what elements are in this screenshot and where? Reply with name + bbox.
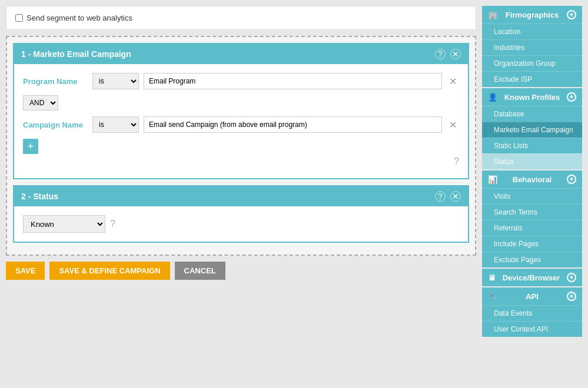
status-select-row: Known Unknown All ? (23, 215, 459, 233)
save-button[interactable]: SAVE (6, 262, 45, 280)
segments-container: 1 - Marketo Email Campaign ? ✕ Program N… (6, 36, 476, 256)
api-section: 🔧 API + Data Events User Context API (482, 287, 582, 337)
program-name-input[interactable] (144, 73, 442, 89)
firmographics-icon: 🏢 (488, 11, 497, 19)
segment-1-title: 1 - Marketo Email Campaign (21, 49, 131, 59)
and-operator-select[interactable]: AND OR (23, 95, 58, 111)
program-name-label: Program Name (23, 77, 88, 86)
known-profiles-expand-icon: + (567, 92, 576, 102)
api-item-data-events[interactable]: Data Events (482, 305, 582, 321)
behavioral-item-exclude-pages[interactable]: Exclude Pages (482, 252, 582, 267)
firmographics-item-industries[interactable]: Industries (482, 39, 582, 55)
api-expand-icon: + (567, 292, 576, 301)
device-browser-title: Device/Browser (503, 273, 560, 282)
segment-1-close-button[interactable]: ✕ (450, 49, 461, 59)
firmographics-item-exclude-isp[interactable]: Exclude ISP (482, 71, 582, 87)
segment-1-info-button[interactable]: ? (435, 49, 446, 59)
behavioral-title: Behavioral (513, 175, 552, 184)
device-browser-expand-icon: + (567, 273, 576, 282)
behavioral-expand-icon: + (567, 175, 576, 184)
save-define-button[interactable]: SAVE & DEFINE CAMPAIGN (49, 262, 170, 280)
and-row: AND OR (23, 95, 459, 111)
api-item-user-context[interactable]: User Context API (482, 321, 582, 337)
segment-2-title: 2 - Status (21, 192, 58, 201)
help-icon-row: ? (23, 154, 459, 169)
segment-2-block: 2 - Status ? ✕ Known Unknown All ? (13, 185, 469, 243)
behavioral-item-referrals[interactable]: Referrals (482, 220, 582, 236)
status-help-icon[interactable]: ? (110, 219, 115, 229)
campaign-name-row: Campaign Name is is not contains ✕ (23, 116, 459, 133)
campaign-name-operator-select[interactable]: is is not contains (92, 116, 139, 133)
firmographics-expand-icon: + (567, 10, 576, 19)
behavioral-header[interactable]: 📊 Behavioral + (482, 170, 582, 188)
behavioral-item-search-terms[interactable]: Search Terms (482, 204, 582, 220)
firmographics-header[interactable]: 🏢 Firmographics + (482, 6, 582, 24)
segment-1-header: 1 - Marketo Email Campaign ? ✕ (14, 44, 468, 64)
known-profiles-title: Known Profiles (504, 93, 560, 102)
segment-2-close-button[interactable]: ✕ (450, 191, 461, 202)
cancel-button[interactable]: CANCEL (175, 262, 225, 280)
program-name-row: Program Name is is not contains ✕ (23, 73, 459, 89)
device-browser-section: 🖥 Device/Browser + (482, 269, 582, 286)
known-profiles-item-static-lists[interactable]: Static Lists (482, 138, 582, 153)
segment-2-header: 2 - Status ? ✕ (14, 186, 468, 206)
device-browser-header[interactable]: 🖥 Device/Browser + (482, 269, 582, 286)
known-profiles-item-status[interactable]: Status (482, 153, 582, 169)
program-name-operator-select[interactable]: is is not contains (92, 73, 139, 89)
send-segment-checkbox[interactable] (15, 14, 23, 22)
segment-2-actions: ? ✕ (435, 191, 461, 202)
campaign-name-input[interactable] (144, 116, 442, 133)
known-profiles-icon: 👤 (488, 93, 497, 102)
firmographics-title: Firmographics (506, 11, 559, 19)
segment-1-actions: ? ✕ (435, 49, 461, 59)
status-select[interactable]: Known Unknown All (23, 215, 105, 233)
segment-2-body: Known Unknown All ? (14, 206, 468, 242)
api-title: API (526, 292, 539, 301)
program-name-remove-button[interactable]: ✕ (447, 76, 459, 87)
firmographics-item-org-group[interactable]: Organization Group (482, 55, 582, 71)
send-segment-section: Send segment to web analytics (6, 6, 476, 30)
known-profiles-item-database[interactable]: Database (482, 106, 582, 122)
buttons-row: SAVE SAVE & DEFINE CAMPAIGN CANCEL (6, 256, 476, 286)
behavioral-icon: 📊 (488, 175, 497, 184)
api-header[interactable]: 🔧 API + (482, 287, 582, 305)
api-icon: 🔧 (488, 292, 497, 301)
known-profiles-header[interactable]: 👤 Known Profiles + (482, 88, 582, 106)
add-condition-button[interactable]: + (23, 139, 38, 154)
known-profiles-item-marketo[interactable]: Marketo Email Campaign (482, 122, 582, 138)
behavioral-item-visits[interactable]: Visits (482, 188, 582, 204)
firmographics-item-location[interactable]: Location (482, 24, 582, 39)
known-profiles-section: 👤 Known Profiles + Database Marketo Emai… (482, 88, 582, 169)
device-browser-icon: 🖥 (488, 273, 496, 282)
firmographics-section: 🏢 Firmographics + Location Industries Or… (482, 6, 582, 87)
right-sidebar: 🏢 Firmographics + Location Industries Or… (482, 6, 582, 382)
send-segment-label: Send segment to web analytics (26, 14, 132, 22)
behavioral-section: 📊 Behavioral + Visits Search Terms Refer… (482, 170, 582, 267)
segment-1-block: 1 - Marketo Email Campaign ? ✕ Program N… (13, 43, 469, 179)
campaign-name-label: Campaign Name (23, 121, 88, 129)
segment-1-body: Program Name is is not contains ✕ AND (14, 64, 468, 178)
campaign-name-remove-button[interactable]: ✕ (447, 119, 459, 131)
segment-1-help-icon[interactable]: ? (454, 156, 459, 167)
behavioral-item-include-pages[interactable]: Include Pages (482, 236, 582, 252)
segment-2-info-button[interactable]: ? (435, 191, 446, 202)
